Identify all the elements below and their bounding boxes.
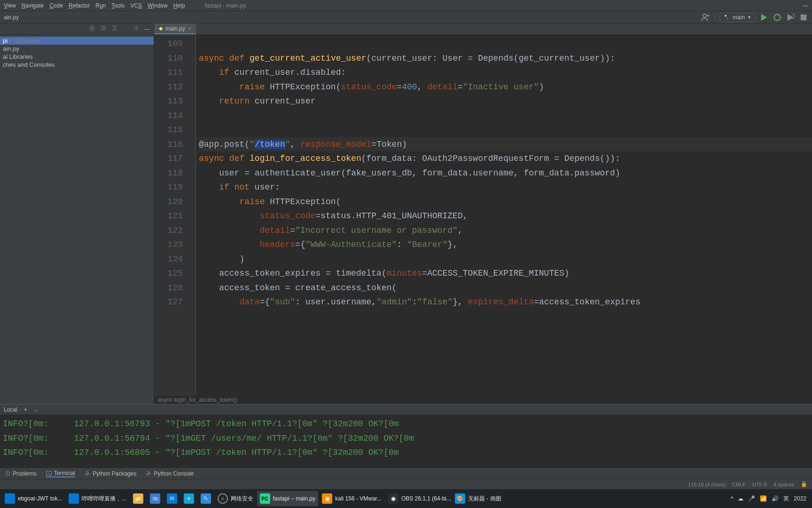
- bottom-tool-windows: Problems Terminal Python Packages Python…: [0, 468, 812, 479]
- svg-point-4: [91, 27, 93, 29]
- taskbar-item[interactable]: ○网络安全: [215, 491, 256, 506]
- taskbar-item[interactable]: ▣kali 156 - VMwar...: [319, 491, 384, 506]
- menu-window[interactable]: Window: [148, 2, 168, 9]
- tool-terminal[interactable]: Terminal: [46, 470, 75, 477]
- editor-tabs: ◆ main.py ×: [154, 24, 812, 35]
- tray-date[interactable]: 2022: [794, 495, 806, 502]
- python-file-icon: ◆: [159, 25, 163, 32]
- minimize-icon[interactable]: —: [803, 2, 808, 9]
- collapse-icon[interactable]: [100, 25, 107, 33]
- taskbar-item[interactable]: 哔哩哔哩直播，...: [66, 491, 129, 506]
- run-button[interactable]: [759, 13, 769, 22]
- taskbar-app-icon: ✉: [167, 493, 177, 504]
- run-config-selector[interactable]: main ▼: [719, 13, 756, 22]
- menu-view[interactable]: View: [4, 2, 16, 9]
- terminal-dropdown-icon[interactable]: ⌄: [34, 407, 38, 412]
- taskbar-item[interactable]: PCfastapi – main.py: [257, 491, 319, 506]
- project-pane: ⋮ — pi F:\b\fastapi ain.py al Libraries …: [0, 24, 154, 404]
- terminal-add-button[interactable]: +: [24, 406, 27, 413]
- svg-point-0: [703, 14, 707, 17]
- tree-item-libs[interactable]: al Libraries: [0, 53, 154, 61]
- tool-python-console[interactable]: Python Console: [146, 470, 194, 477]
- tree-item-main[interactable]: ain.py: [0, 45, 154, 53]
- tray-mic-icon[interactable]: 🎤: [748, 495, 755, 502]
- status-line-sep[interactable]: CRLF: [732, 482, 746, 487]
- status-encoding[interactable]: UTF-8: [752, 482, 767, 487]
- tool-problems[interactable]: Problems: [5, 470, 37, 477]
- menu-refactor[interactable]: Refactor: [69, 2, 90, 9]
- code-content[interactable]: async def get_current_active_user(curren…: [196, 35, 812, 396]
- taskbar-item[interactable]: ◉OBS 26.1.1 (64-bi...: [385, 491, 451, 506]
- menu-tools[interactable]: Tools: [111, 2, 125, 9]
- taskbar-app-icon: [5, 493, 15, 504]
- taskbar-app-icon: 🎨: [455, 493, 465, 504]
- breadcrumb-file[interactable]: ain.py: [4, 14, 19, 21]
- taskbar-item[interactable]: 📁: [130, 491, 146, 506]
- taskbar-item[interactable]: ✈: [181, 491, 197, 506]
- taskbar-app-icon: ○: [218, 493, 228, 504]
- lock-icon[interactable]: 🔒: [801, 481, 807, 487]
- target-icon[interactable]: [89, 25, 95, 33]
- tray-chevron-icon[interactable]: ^: [731, 495, 734, 502]
- taskbar-app-icon: ▣: [322, 493, 332, 504]
- taskbar-item[interactable]: ebgoat-JWT tok...: [2, 491, 65, 506]
- fold-column: [189, 35, 196, 396]
- taskbar-app-icon: ◉: [388, 493, 398, 504]
- project-root[interactable]: pi F:\b\fastapi: [0, 37, 154, 45]
- taskbar-item-label: OBS 26.1.1 (64-bi...: [401, 495, 451, 502]
- editor-area: ◆ main.py × 1091101111121131141151161171…: [154, 24, 812, 404]
- tab-main-py[interactable]: ◆ main.py ×: [154, 24, 196, 34]
- gear-icon[interactable]: [133, 25, 140, 33]
- tool-python-packages[interactable]: Python Packages: [85, 470, 136, 477]
- taskbar-item[interactable]: 🛍: [147, 491, 163, 506]
- hide-icon[interactable]: —: [144, 26, 150, 32]
- menu-vcs[interactable]: VCS: [130, 2, 142, 9]
- menu-navigate[interactable]: Navigate: [22, 2, 44, 9]
- user-add-icon[interactable]: [701, 13, 710, 22]
- status-indent[interactable]: 4 spaces: [773, 482, 794, 487]
- tree-item-consoles[interactable]: ches and Consoles: [0, 61, 154, 69]
- menu-help[interactable]: Help: [173, 2, 185, 9]
- line-gutter: 1091101111121131141151161171181191201211…: [154, 35, 189, 396]
- taskbar-item[interactable]: 🎨无标题 - 画图: [452, 491, 504, 506]
- editor-body[interactable]: 1091101111121131141151161171181191201211…: [154, 35, 812, 396]
- status-position[interactable]: 116:16 (4 chars): [688, 482, 726, 487]
- window-title: fastapi - main.py: [204, 2, 246, 9]
- tray-cloud-icon[interactable]: ☁: [738, 495, 743, 502]
- taskbar-item-label: kali 156 - VMwar...: [335, 495, 382, 502]
- expand-icon[interactable]: [111, 25, 118, 33]
- svg-rect-7: [46, 471, 51, 475]
- taskbar-item[interactable]: ✉: [164, 491, 180, 506]
- taskbar-app-icon: 🛍: [150, 493, 160, 504]
- tray-volume-icon[interactable]: 🔊: [772, 495, 779, 502]
- tab-label: main.py: [165, 25, 185, 32]
- stop-button[interactable]: [799, 13, 808, 22]
- windows-taskbar: ebgoat-JWT tok...哔哩哔哩直播，...📁🛍✉✈✎○网络安全PCf…: [0, 489, 812, 508]
- close-icon[interactable]: ×: [188, 25, 191, 32]
- taskbar-item-label: 哔哩哔哩直播，...: [82, 495, 126, 503]
- taskbar-app-icon: [69, 493, 79, 504]
- debug-button[interactable]: [773, 13, 782, 22]
- tray-ime-lang[interactable]: 英: [783, 495, 789, 503]
- nav-toolbar: ain.py | main ▼: [0, 11, 812, 24]
- terminal-pane: Local + ⌄ INFO?[0m: 127.0.0.1:56793 - "?…: [0, 404, 812, 468]
- taskbar-app-icon: PC: [260, 493, 270, 504]
- taskbar-item-label: ebgoat-JWT tok...: [18, 495, 62, 502]
- svg-point-5: [135, 27, 137, 29]
- taskbar-item[interactable]: ✎: [198, 491, 214, 506]
- run-with-coverage-button[interactable]: [786, 13, 795, 22]
- terminal-tab-local[interactable]: Local: [4, 406, 17, 413]
- taskbar-app-icon: 📁: [133, 493, 143, 504]
- editor-breadcrumb[interactable]: async login_for_access_token(): [154, 396, 812, 404]
- menu-run[interactable]: Run: [95, 2, 106, 9]
- run-config-label: main: [733, 14, 745, 21]
- terminal-header: Local + ⌄: [0, 405, 812, 415]
- project-toolbar: ⋮ —: [0, 24, 154, 35]
- tray-wifi-icon[interactable]: 📶: [760, 495, 767, 502]
- taskbar-item-label: fastapi – main.py: [273, 495, 316, 502]
- menu-code[interactable]: Code: [49, 2, 63, 9]
- taskbar-app-icon: ✈: [184, 493, 194, 504]
- terminal-output[interactable]: INFO?[0m: 127.0.0.1:56793 - "?[1mPOST /t…: [0, 415, 812, 468]
- system-tray[interactable]: ^ ☁ 🎤 📶 🔊 英 2022: [731, 495, 810, 503]
- menu-bar: View Navigate Code Refactor Run Tools VC…: [0, 0, 812, 11]
